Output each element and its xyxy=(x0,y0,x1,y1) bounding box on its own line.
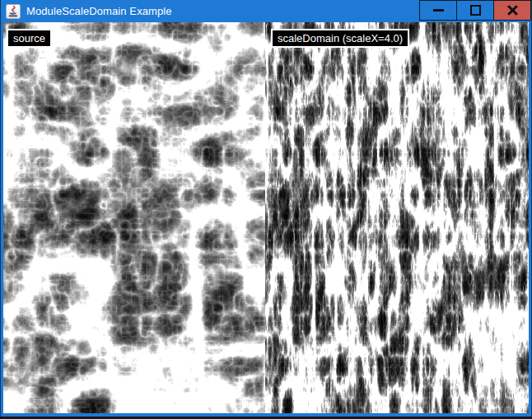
scaled-noise-image xyxy=(265,22,529,413)
maximize-button[interactable] xyxy=(456,0,494,21)
source-noise-image xyxy=(3,22,265,413)
minimize-icon xyxy=(433,9,444,12)
source-panel: source xyxy=(3,22,265,413)
scale-domain-panel: scaleDomain (scaleX=4.0) xyxy=(265,22,529,413)
title-bar[interactable]: ModuleScaleDomain Example xyxy=(0,0,532,22)
close-icon xyxy=(507,5,518,16)
minimize-button[interactable] xyxy=(419,0,457,21)
app-window: ModuleScaleDomain Example source scaleDo… xyxy=(0,0,532,419)
window-title: ModuleScaleDomain Example xyxy=(26,5,172,17)
maximize-icon xyxy=(470,5,481,16)
scale-domain-label: scaleDomain (scaleX=4.0) xyxy=(271,29,409,48)
source-label: source xyxy=(7,29,52,48)
close-button[interactable] xyxy=(493,0,531,21)
window-controls xyxy=(420,0,531,21)
image-viewport: source scaleDomain (scaleX=4.0) xyxy=(3,22,529,413)
java-icon[interactable] xyxy=(6,4,21,19)
